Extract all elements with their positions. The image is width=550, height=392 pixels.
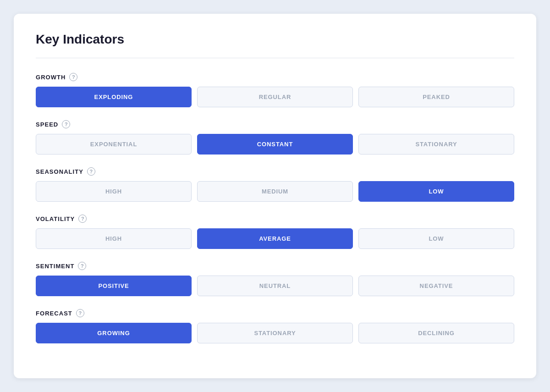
indicator-label-row-seasonality: SEASONALITY? [36,167,514,176]
option-btn-forecast-stationary[interactable]: STATIONARY [197,323,353,343]
divider [36,58,514,58]
help-icon-speed[interactable]: ? [62,120,70,128]
option-btn-volatility-average[interactable]: AVERAGE [197,228,353,249]
option-btn-speed-exponential[interactable]: EXPONENTIAL [36,134,192,155]
key-indicators-card: Key Indicators GROWTH?EXPLODINGREGULARPE… [14,14,536,378]
option-btn-speed-stationary[interactable]: STATIONARY [358,134,514,155]
indicator-group-seasonality: SEASONALITY?HIGHMEDIUMLOW [36,167,514,202]
option-btn-growth-exploding[interactable]: EXPLODING [36,87,192,107]
button-row-speed: EXPONENTIALCONSTANTSTATIONARY [36,134,514,155]
button-row-forecast: GROWINGSTATIONARYDECLINING [36,323,514,343]
option-btn-seasonality-high[interactable]: HIGH [36,181,192,202]
indicator-group-sentiment: SENTIMENT?POSITIVENEUTRALNEGATIVE [36,262,514,296]
help-icon-growth[interactable]: ? [69,73,77,81]
indicator-group-growth: GROWTH?EXPLODINGREGULARPEAKED [36,73,514,107]
option-btn-sentiment-neutral[interactable]: NEUTRAL [197,276,353,296]
indicator-label-row-growth: GROWTH? [36,73,514,81]
indicator-label-sentiment: SENTIMENT [36,263,74,270]
option-btn-volatility-low[interactable]: LOW [358,228,514,249]
indicators-container: GROWTH?EXPLODINGREGULARPEAKEDSPEED?EXPON… [36,73,514,343]
option-btn-sentiment-negative[interactable]: NEGATIVE [358,276,514,296]
button-row-sentiment: POSITIVENEUTRALNEGATIVE [36,276,514,296]
option-btn-seasonality-low[interactable]: LOW [358,181,514,202]
indicator-label-growth: GROWTH [36,74,66,81]
option-btn-forecast-declining[interactable]: DECLINING [358,323,514,343]
option-btn-forecast-growing[interactable]: GROWING [36,323,192,343]
help-icon-volatility[interactable]: ? [78,215,87,223]
option-btn-seasonality-medium[interactable]: MEDIUM [197,181,353,202]
indicator-label-row-forecast: FORECAST? [36,309,514,317]
option-btn-speed-constant[interactable]: CONSTANT [197,134,353,155]
help-icon-forecast[interactable]: ? [76,309,84,317]
button-row-volatility: HIGHAVERAGELOW [36,228,514,249]
indicator-group-volatility: VOLATILITY?HIGHAVERAGELOW [36,215,514,249]
indicator-label-forecast: FORECAST [36,310,72,317]
indicator-label-volatility: VOLATILITY [36,215,75,222]
button-row-seasonality: HIGHMEDIUMLOW [36,181,514,202]
help-icon-sentiment[interactable]: ? [78,262,86,270]
help-icon-seasonality[interactable]: ? [87,167,95,176]
indicator-label-row-sentiment: SENTIMENT? [36,262,514,270]
option-btn-growth-regular[interactable]: REGULAR [197,87,353,107]
indicator-label-row-speed: SPEED? [36,120,514,128]
page-title: Key Indicators [36,32,514,47]
indicator-label-row-volatility: VOLATILITY? [36,215,514,223]
button-row-growth: EXPLODINGREGULARPEAKED [36,87,514,107]
indicator-label-seasonality: SEASONALITY [36,168,83,175]
option-btn-sentiment-positive[interactable]: POSITIVE [36,276,192,296]
indicator-group-speed: SPEED?EXPONENTIALCONSTANTSTATIONARY [36,120,514,155]
option-btn-volatility-high[interactable]: HIGH [36,228,192,249]
indicator-group-forecast: FORECAST?GROWINGSTATIONARYDECLINING [36,309,514,343]
indicator-label-speed: SPEED [36,121,58,128]
option-btn-growth-peaked[interactable]: PEAKED [358,87,514,107]
